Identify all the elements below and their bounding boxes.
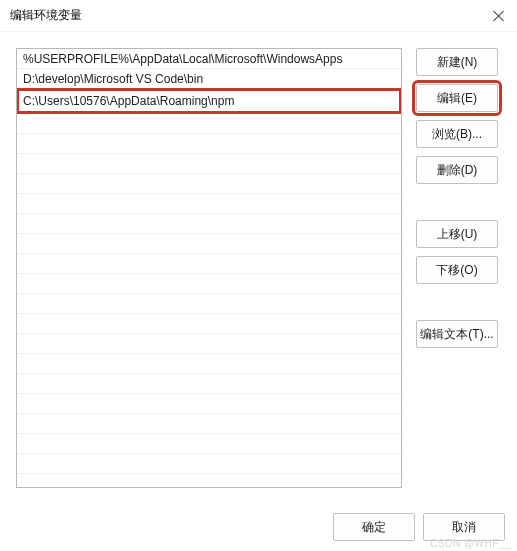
list-item-empty[interactable] [17,294,401,314]
edit-button[interactable]: 编辑(E) [416,84,498,112]
list-item-empty[interactable] [17,194,401,214]
list-item-empty[interactable] [17,394,401,414]
path-listbox[interactable]: %USERPROFILE%\AppData\Local\Microsoft\Wi… [16,48,402,488]
ok-button[interactable]: 确定 [333,513,415,541]
list-item-empty[interactable] [17,414,401,434]
list-item-empty[interactable] [17,134,401,154]
list-item-selected[interactable]: C:\Users\10576\AppData\Roaming\npm [16,88,402,114]
move-down-button[interactable]: 下移(O) [416,256,498,284]
list-item-empty[interactable] [17,274,401,294]
titlebar: 编辑环境变量 [0,0,517,32]
list-item-empty[interactable] [17,114,401,134]
move-up-button[interactable]: 上移(U) [416,220,498,248]
watermark: CSDN @WHF__ [430,538,511,549]
list-item-empty[interactable] [17,454,401,474]
list-item[interactable]: %USERPROFILE%\AppData\Local\Microsoft\Wi… [17,49,401,69]
new-button[interactable]: 新建(N) [416,48,498,76]
list-item-empty[interactable] [17,314,401,334]
list-item[interactable]: D:\develop\Microsoft VS Code\bin [17,69,401,89]
close-icon[interactable] [491,8,507,24]
dialog-body: %USERPROFILE%\AppData\Local\Microsoft\Wi… [0,32,517,496]
edit-text-button[interactable]: 编辑文本(T)... [416,320,498,348]
list-item-empty[interactable] [17,214,401,234]
list-item-empty[interactable] [17,234,401,254]
list-item-empty[interactable] [17,154,401,174]
delete-button[interactable]: 删除(D) [416,156,498,184]
list-item-empty[interactable] [17,434,401,454]
cancel-button[interactable]: 取消 [423,513,505,541]
list-item-empty[interactable] [17,254,401,274]
list-item-empty[interactable] [17,354,401,374]
browse-button[interactable]: 浏览(B)... [416,120,498,148]
list-item-empty[interactable] [17,174,401,194]
side-buttons: 新建(N) 编辑(E) 浏览(B)... 删除(D) 上移(U) 下移(O) 编… [416,48,498,488]
dialog-title: 编辑环境变量 [10,7,82,24]
list-item-empty[interactable] [17,334,401,354]
dialog-footer: 确定 取消 [333,513,505,541]
list-item-empty[interactable] [17,374,401,394]
